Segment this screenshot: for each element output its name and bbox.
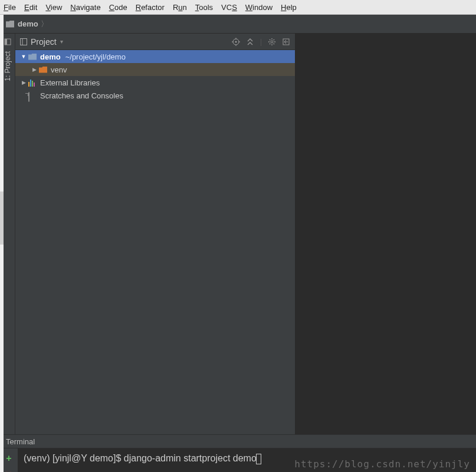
editor-area: [296, 34, 476, 434]
menubar: File Edit View Navigate Code Refactor Ru…: [0, 0, 476, 15]
menu-edit[interactable]: Edit: [24, 3, 37, 12]
project-panel: Project ▾ | ▼: [15, 34, 296, 434]
menu-view[interactable]: View: [45, 3, 62, 12]
tree-label: External Libraries: [40, 78, 100, 87]
window-left-notch: [0, 192, 4, 245]
scratches-icon: [28, 93, 37, 99]
svg-rect-2: [21, 38, 27, 45]
folder-icon: [28, 54, 37, 60]
chevron-right-icon: 〉: [41, 19, 48, 29]
svg-line-16: [274, 43, 274, 44]
menu-window[interactable]: Window: [245, 3, 273, 12]
breadcrumb: demo 〉: [0, 15, 476, 34]
menu-tools[interactable]: Tools: [195, 3, 213, 12]
svg-point-5: [235, 41, 237, 42]
menu-refactor[interactable]: Refactor: [136, 3, 165, 12]
terminal-tab-label[interactable]: Terminal: [6, 437, 35, 446]
menu-help[interactable]: Help: [281, 3, 297, 12]
locate-icon[interactable]: [232, 38, 240, 46]
collapse-all-icon[interactable]: [246, 38, 254, 46]
folder-icon: [39, 67, 47, 73]
menu-vcs[interactable]: VCS: [221, 3, 237, 12]
breadcrumb-name[interactable]: demo: [18, 19, 38, 28]
terminal-body: + ✕ (venv) [yinjl@Y demo]$ django-admin …: [0, 448, 476, 472]
tree-root-demo[interactable]: ▼ demo ~/project/yjl/demo: [15, 50, 295, 63]
tree-node-external-libraries[interactable]: ▶ External Libraries: [15, 76, 295, 89]
tree-label: venv: [51, 65, 67, 74]
folder-icon: [6, 21, 14, 28]
tree-arrow-right-icon[interactable]: ▶: [20, 80, 27, 85]
svg-line-17: [270, 43, 270, 44]
terminal-content[interactable]: (venv) [yinjl@Y demo]$ django-admin star…: [18, 448, 476, 472]
tool-tab-project[interactable]: 1: Project: [4, 51, 12, 81]
tree-arrow-down-icon[interactable]: ▼: [20, 54, 27, 60]
main-row: 1: Project Project ▾ |: [0, 34, 476, 434]
settings-gear-icon[interactable]: [268, 38, 276, 46]
svg-rect-1: [5, 39, 7, 45]
menu-file[interactable]: File: [4, 3, 16, 12]
libraries-icon: [28, 80, 37, 86]
project-tree[interactable]: ▼ demo ~/project/yjl/demo ▶ venv ▶ Exter…: [15, 50, 295, 434]
menu-run[interactable]: Run: [173, 3, 187, 12]
tree-path: ~/project/yjl/demo: [65, 52, 126, 61]
panel-layout-icon[interactable]: [20, 38, 27, 45]
svg-point-10: [271, 41, 273, 43]
tree-node-scratches[interactable]: Scratches and Consoles: [15, 89, 295, 102]
project-tool-icon[interactable]: [4, 38, 11, 45]
terminal-close-session-icon[interactable]: ✕: [5, 470, 12, 472]
tree-arrow-right-icon[interactable]: ▶: [31, 67, 38, 72]
tree-node-venv[interactable]: ▶ venv: [15, 63, 295, 76]
panel-view-dropdown-icon[interactable]: ▾: [60, 38, 63, 45]
panel-tools: |: [232, 38, 290, 46]
svg-line-15: [270, 39, 270, 40]
tree-label: demo: [40, 52, 61, 61]
tree-label: Scratches and Consoles: [40, 91, 123, 100]
panel-title[interactable]: Project: [31, 37, 57, 47]
project-panel-header: Project ▾ |: [15, 34, 295, 50]
terminal-line: (venv) [yinjl@Y demo]$ django-admin star…: [24, 453, 257, 463]
hide-panel-icon[interactable]: [282, 38, 290, 46]
svg-line-18: [274, 39, 274, 40]
menu-navigate[interactable]: Navigate: [70, 3, 100, 12]
menu-code[interactable]: Code: [109, 3, 127, 12]
terminal-new-session-icon[interactable]: +: [6, 453, 11, 464]
terminal-tab-bar[interactable]: Terminal: [0, 434, 476, 448]
terminal-cursor: [256, 454, 261, 464]
separator: |: [260, 38, 262, 46]
